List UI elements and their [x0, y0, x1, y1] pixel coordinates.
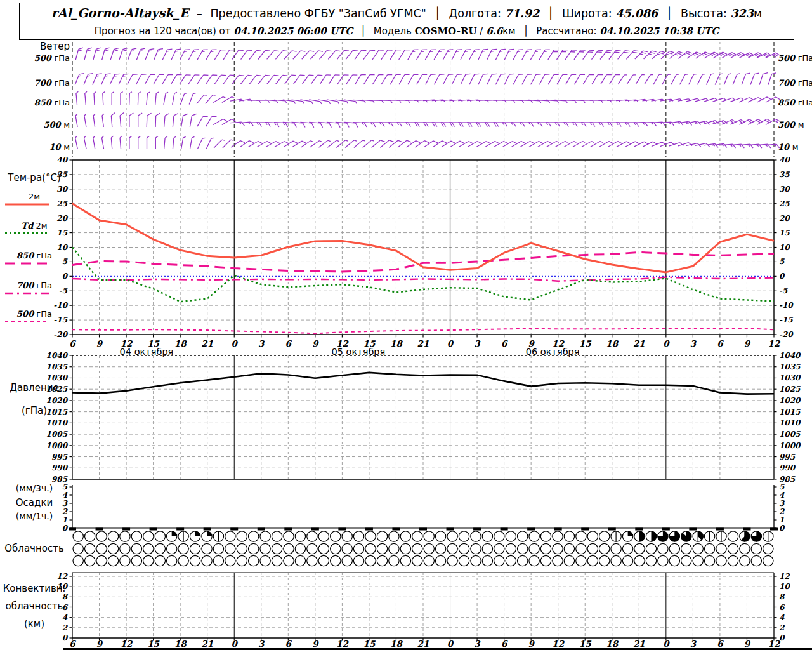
- svg-text:500 м: 500 м: [778, 120, 804, 129]
- svg-text:18: 18: [390, 338, 403, 348]
- precip-panel-title: Осадки: [1, 497, 67, 508]
- conv-panel-unit: (км): [1, 618, 67, 630]
- svg-text:12: 12: [121, 639, 133, 649]
- svg-text:20: 20: [779, 214, 790, 223]
- svg-text:0: 0: [62, 272, 69, 281]
- longitude-label: Долгота:: [449, 7, 501, 20]
- legend-t850-unit: гПа: [34, 251, 52, 260]
- svg-text:3: 3: [474, 639, 481, 649]
- svg-text:700 гПа: 700 гПа: [778, 78, 812, 88]
- svg-text:40: 40: [56, 156, 68, 164]
- conv-panel-title2: облачность: [1, 600, 67, 612]
- svg-text:35: 35: [779, 170, 790, 179]
- svg-text:0: 0: [779, 633, 785, 642]
- svg-text:0: 0: [663, 338, 670, 348]
- precip-panel: 554433221100: [62, 482, 785, 533]
- header-line2: Прогноз на 120 часа(ов) от 04.10.2025 06…: [20, 23, 794, 39]
- svg-text:10: 10: [779, 582, 790, 591]
- svg-text:1005: 1005: [46, 430, 68, 439]
- model-name: COSMO-RU: [415, 25, 477, 37]
- svg-text:30: 30: [779, 185, 790, 194]
- svg-text:990: 990: [51, 463, 69, 472]
- header-dash: –: [192, 7, 207, 20]
- svg-text:15: 15: [147, 639, 160, 649]
- svg-text:0: 0: [779, 272, 785, 281]
- svg-text:1020: 1020: [46, 396, 69, 405]
- model-sep: /: [480, 25, 483, 37]
- svg-text:15: 15: [779, 229, 790, 237]
- wind-panel-title: Ветер: [13, 41, 70, 52]
- svg-text:9: 9: [744, 639, 751, 649]
- svg-text:12: 12: [768, 338, 781, 348]
- temp-panel-title: Тем-ра(°C): [1, 172, 67, 183]
- svg-text:0: 0: [232, 639, 239, 649]
- svg-text:5: 5: [779, 257, 785, 266]
- legend-t850: 850 гПа: [1, 251, 67, 260]
- svg-text:1040: 1040: [46, 351, 69, 360]
- precip-unit-1h: (мм/1ч.): [1, 511, 67, 521]
- svg-text:3: 3: [258, 338, 265, 348]
- svg-text:6: 6: [717, 338, 724, 348]
- separator: │: [518, 25, 533, 37]
- svg-text:1035: 1035: [46, 362, 68, 371]
- svg-text:-5: -5: [779, 286, 788, 295]
- svg-text:18: 18: [606, 338, 619, 348]
- latitude-value: 45.086: [615, 7, 658, 20]
- separator: │: [662, 7, 678, 20]
- pressure-panel-title: Давление: [1, 382, 67, 394]
- svg-text:1030: 1030: [779, 373, 801, 382]
- svg-text:1: 1: [779, 515, 784, 524]
- svg-text:10: 10: [779, 243, 790, 252]
- svg-text:1015: 1015: [779, 408, 801, 416]
- temp-panel: 40403535303025252020151510105500-5-5-10-…: [5, 156, 794, 357]
- svg-text:-20: -20: [53, 330, 68, 339]
- svg-text:25: 25: [779, 199, 790, 208]
- svg-text:9: 9: [312, 639, 319, 649]
- separator: │: [543, 7, 559, 20]
- run-time: 04.10.2025 06:00 UTC: [233, 25, 353, 37]
- svg-text:1030: 1030: [46, 373, 69, 382]
- svg-text:12: 12: [768, 639, 781, 649]
- cloud-panel-title: Облачность: [1, 543, 67, 554]
- svg-text:6: 6: [501, 338, 508, 348]
- svg-text:40: 40: [779, 156, 790, 164]
- svg-text:1040: 1040: [779, 351, 801, 360]
- pressure-panel-unit: (гПа): [1, 405, 67, 416]
- svg-text:3: 3: [690, 639, 697, 649]
- svg-text:-20: -20: [779, 330, 794, 339]
- legend-td2m-num: Td: [22, 221, 34, 230]
- svg-text:1035: 1035: [779, 362, 801, 371]
- legend-t500-unit: гПа: [34, 309, 52, 319]
- model-resolution-unit: км: [502, 25, 515, 37]
- svg-text:21: 21: [417, 639, 429, 649]
- svg-text:9: 9: [528, 639, 535, 649]
- svg-text:4: 4: [779, 613, 785, 622]
- legend-t700-num: 700: [16, 281, 34, 290]
- svg-text:12: 12: [552, 639, 565, 649]
- forecast-prefix: Прогноз на 120 часа(ов) от: [95, 25, 231, 37]
- legend-t500-num: 500: [16, 309, 34, 319]
- calc-time: 04.10.2025 10:38 UTC: [599, 25, 719, 37]
- separator: │: [356, 25, 370, 37]
- legend-t2m: 2м: [1, 192, 67, 201]
- svg-text:0: 0: [232, 338, 239, 348]
- svg-text:18: 18: [390, 639, 403, 649]
- svg-text:6: 6: [69, 639, 76, 649]
- svg-text:1020: 1020: [779, 396, 801, 405]
- latitude-label: Широта:: [562, 7, 612, 20]
- svg-text:0: 0: [447, 639, 454, 649]
- svg-text:10 м: 10 м: [49, 142, 70, 152]
- header-line1: rAl_Gorno-Altaysk_E – Предоставлено ФГБУ…: [20, 3, 794, 23]
- svg-text:0: 0: [62, 633, 69, 642]
- svg-text:995: 995: [779, 453, 796, 461]
- svg-text:21: 21: [201, 639, 213, 649]
- svg-text:6: 6: [69, 338, 76, 348]
- svg-text:9: 9: [312, 338, 319, 348]
- conv-panel-title1: Конвективн.: [1, 583, 67, 594]
- svg-text:1000: 1000: [46, 441, 69, 450]
- svg-text:15: 15: [363, 639, 376, 649]
- svg-text:500 гПа: 500 гПа: [778, 53, 812, 63]
- svg-text:18: 18: [606, 639, 619, 649]
- svg-text:0: 0: [779, 524, 785, 533]
- svg-text:1010: 1010: [779, 418, 801, 427]
